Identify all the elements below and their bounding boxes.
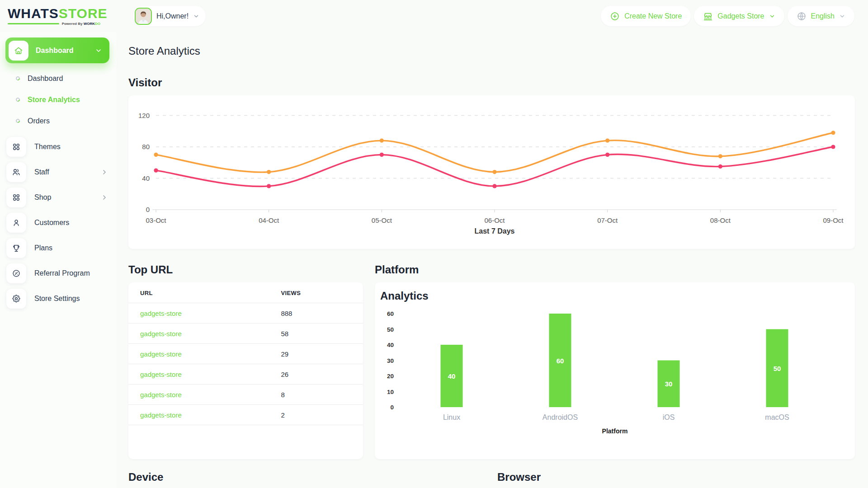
device-section-title: Device <box>128 471 497 483</box>
svg-text:06-Oct: 06-Oct <box>484 216 505 224</box>
create-new-store-button[interactable]: Create New Store <box>601 6 691 26</box>
sidebar-item-label: Referral Program <box>34 269 90 277</box>
svg-text:30: 30 <box>665 380 673 388</box>
powered-brand-suffix: DO <box>95 22 100 26</box>
powered-brand: WORK <box>84 22 95 26</box>
user-menu[interactable]: Hi,Owner! <box>133 6 206 26</box>
table-row: gadgets-store 29 <box>128 344 363 364</box>
svg-text:120: 120 <box>138 112 150 119</box>
powered-by-text: Powered By <box>62 22 83 26</box>
brand-name-primary: WHATS <box>8 6 59 21</box>
sidebar-item-store-settings[interactable]: Store Settings <box>0 286 116 311</box>
sidebar-subitem-label: Dashboard <box>28 75 63 83</box>
avatar <box>135 8 152 25</box>
table-row: gadgets-store 2 <box>128 405 363 425</box>
topbar: WHATSSTORE Powered By WORKDO Hi,Owner! C… <box>0 0 868 32</box>
sidebar-subitem-label: Store Analytics <box>28 96 80 104</box>
sidebar-parent-label: Dashboard <box>36 47 74 55</box>
sidebar-item-label: Shop <box>34 193 51 202</box>
chevron-down-icon <box>769 13 775 19</box>
discount-badge-icon <box>6 263 26 283</box>
table-header-row: URL VIEWS <box>128 282 363 303</box>
sidebar-item-plans[interactable]: Plans <box>0 235 116 261</box>
users-icon <box>6 162 26 182</box>
storefront-icon <box>703 11 713 21</box>
svg-text:08-Oct: 08-Oct <box>710 216 731 224</box>
grid-icon <box>6 188 26 207</box>
svg-text:macOS: macOS <box>765 413 789 421</box>
language-selector-button[interactable]: English <box>788 6 854 26</box>
sidebar-item-orders[interactable]: Orders <box>0 110 116 131</box>
svg-text:40: 40 <box>448 372 456 380</box>
svg-text:Linux: Linux <box>443 413 460 421</box>
home-icon <box>9 41 28 61</box>
store-selector-button[interactable]: Gadgets Store <box>694 6 784 26</box>
svg-text:09-Oct: 09-Oct <box>823 216 844 224</box>
url-link[interactable]: gadgets-store <box>140 371 182 378</box>
svg-text:20: 20 <box>387 373 394 380</box>
svg-text:Platform: Platform <box>602 427 628 435</box>
url-link[interactable]: gadgets-store <box>140 330 182 338</box>
visitor-chart-card: 0408012003-Oct04-Oct05-Oct06-Oct07-Oct08… <box>128 95 855 249</box>
platform-chart-card: Analytics 010203040506040Linux60AndroidO… <box>375 282 855 459</box>
url-link[interactable]: gadgets-store <box>140 350 182 358</box>
sidebar-item-customers[interactable]: Customers <box>0 210 116 235</box>
sidebar-item-staff[interactable]: Staff <box>0 160 116 185</box>
platform-bar-chart: 010203040506040Linux60AndroidOS30iOS50ma… <box>375 302 842 449</box>
column-header-url: URL <box>128 282 269 303</box>
table-row: gadgets-store 888 <box>128 303 363 324</box>
table-row: gadgets-store 8 <box>128 385 363 405</box>
browser-section-title: Browser <box>497 471 541 483</box>
url-link[interactable]: gadgets-store <box>140 391 182 399</box>
topbar-actions: Create New Store Gadgets Store English <box>601 6 854 26</box>
sidebar-item-themes[interactable]: Themes <box>0 134 116 160</box>
brand-logo: WHATSSTORE Powered By WORKDO <box>0 7 116 26</box>
views-value: 26 <box>269 364 363 385</box>
sidebar-item-shop[interactable]: Shop <box>0 185 116 210</box>
column-header-views: VIEWS <box>269 282 363 303</box>
sidebar-item-label: Plans <box>34 244 52 252</box>
chevron-down-icon <box>839 13 845 19</box>
views-value: 8 <box>269 385 363 405</box>
plus-circle-icon <box>610 11 620 21</box>
svg-text:60: 60 <box>387 310 394 317</box>
views-value: 888 <box>269 303 363 324</box>
sidebar-item-label: Customers <box>34 219 69 227</box>
svg-text:Last 7 Days: Last 7 Days <box>475 227 515 235</box>
bullet-icon <box>15 75 21 81</box>
brand-name-secondary: STORE <box>59 6 108 21</box>
table-row: gadgets-store 26 <box>128 364 363 385</box>
svg-text:60: 60 <box>557 357 564 365</box>
brand-underline <box>8 23 59 24</box>
svg-text:40: 40 <box>142 174 150 182</box>
bullet-icon <box>15 97 21 103</box>
views-value: 29 <box>269 344 363 364</box>
store-selector-label: Gadgets Store <box>717 12 764 20</box>
sidebar-item-store-analytics[interactable]: Store Analytics <box>0 89 116 110</box>
url-link[interactable]: gadgets-store <box>140 411 182 419</box>
top-url-section-title: Top URL <box>128 263 363 276</box>
chevron-right-icon <box>101 194 108 201</box>
sidebar-item-dashboard-parent[interactable]: Dashboard <box>5 38 109 63</box>
chevron-down-icon <box>193 13 199 19</box>
trophy-icon <box>6 238 26 258</box>
svg-text:03-Oct: 03-Oct <box>146 216 166 224</box>
sidebar-submenu: Dashboard Store Analytics Orders <box>0 63 116 134</box>
url-link[interactable]: gadgets-store <box>140 310 182 317</box>
sidebar-item-dashboard[interactable]: Dashboard <box>0 68 116 89</box>
top-url-table: URL VIEWS gadgets-store 888 gadgets-stor… <box>128 282 363 425</box>
user-icon <box>6 213 26 233</box>
svg-text:50: 50 <box>387 326 394 333</box>
sidebar-item-referral-program[interactable]: Referral Program <box>0 261 116 286</box>
svg-text:04-Oct: 04-Oct <box>259 216 279 224</box>
chevron-right-icon <box>101 169 108 176</box>
grid-icon <box>6 137 26 157</box>
platform-chart-title: Analytics <box>380 290 855 302</box>
svg-text:0: 0 <box>390 404 394 411</box>
svg-text:40: 40 <box>387 342 394 348</box>
sidebar-item-label: Staff <box>34 168 49 176</box>
svg-text:30: 30 <box>387 357 394 364</box>
create-new-store-label: Create New Store <box>624 12 682 20</box>
platform-section-title: Platform <box>375 263 855 276</box>
brand-wordmark: WHATSSTORE <box>8 7 116 20</box>
